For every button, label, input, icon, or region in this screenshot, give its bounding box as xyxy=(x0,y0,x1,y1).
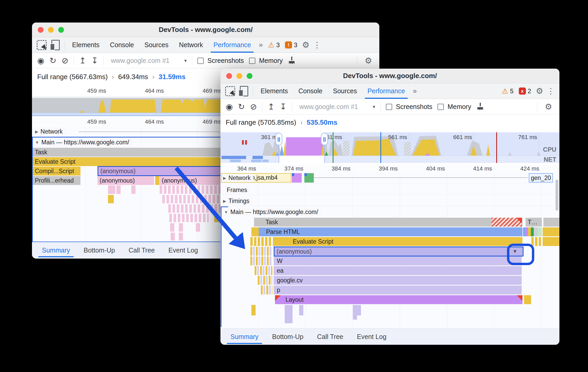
device-toolbar-icon[interactable] xyxy=(51,40,60,50)
flame-bar-task[interactable]: Task xyxy=(254,218,522,227)
issues-badge[interactable]: ! 3 xyxy=(285,41,297,49)
flame-sliver-cluster[interactable] xyxy=(258,276,272,285)
collapse-icon[interactable]: ▼ xyxy=(35,140,39,145)
flame-bar-p[interactable]: p xyxy=(274,286,522,294)
tab-event-log[interactable]: Event Log xyxy=(162,242,205,258)
track-timings[interactable]: ▶ Timings xyxy=(222,197,252,205)
clear-icon[interactable]: ⊘ xyxy=(250,102,257,112)
flame-sliver-cluster[interactable] xyxy=(160,185,220,194)
long-task-hatched[interactable] xyxy=(492,218,522,227)
kebab-menu-icon[interactable]: ⋮ xyxy=(311,40,322,50)
tab-network[interactable]: Network xyxy=(174,37,208,53)
expand-icon[interactable]: ▶ xyxy=(35,129,38,134)
reload-record-icon[interactable]: ↻ xyxy=(238,102,245,112)
flame-bar-ea[interactable]: ea xyxy=(274,266,522,275)
memory-label[interactable]: Memory xyxy=(259,57,283,64)
breadcrumb-selected[interactable]: 31.59ms xyxy=(159,73,186,81)
memory-label[interactable]: Memory xyxy=(447,103,471,111)
flame-sliver[interactable] xyxy=(196,223,200,232)
flame-bar[interactable] xyxy=(543,227,559,236)
capture-settings-gear-icon[interactable]: ⚙ xyxy=(543,102,554,112)
tab-summary[interactable]: Summary xyxy=(224,329,265,345)
warnings-badge[interactable]: ⚠ 3 xyxy=(268,41,280,49)
garbage-collect-icon[interactable] xyxy=(288,57,295,65)
flame-sliver[interactable] xyxy=(131,185,136,194)
breadcrumb-full-range[interactable]: Full range (5667.63ms) xyxy=(37,73,108,81)
inspect-element-icon[interactable] xyxy=(225,86,235,96)
inspect-element-icon[interactable] xyxy=(37,40,47,50)
track-network[interactable]: ▶ Network xyxy=(222,174,253,182)
flame-sliver[interactable] xyxy=(251,305,256,315)
flame-sliver-cluster[interactable] xyxy=(261,286,272,294)
selection-handle-left[interactable]: || xyxy=(275,133,282,145)
tab-event-log[interactable]: Event Log xyxy=(350,329,393,345)
chevron-down-icon[interactable]: ▾ xyxy=(184,58,187,64)
flame-chart[interactable]: n,jsa,mb4 ▶ Network gen_20 Frames ▶ Ti xyxy=(220,173,559,328)
close-button[interactable] xyxy=(226,73,232,79)
target-select[interactable]: www.google.com #1 xyxy=(111,57,170,64)
screenshots-checkbox[interactable] xyxy=(386,104,392,110)
flame-bar-layout[interactable]: Layout xyxy=(275,295,522,304)
breadcrumb-full-range[interactable]: Full range (5705.85ms) xyxy=(226,118,296,127)
tab-sources[interactable]: Sources xyxy=(139,37,174,53)
tab-bottom-up[interactable]: Bottom-Up xyxy=(265,329,310,345)
memory-checkbox[interactable] xyxy=(249,58,255,64)
tab-performance[interactable]: Performance xyxy=(362,83,410,99)
flame-bar[interactable] xyxy=(543,237,559,246)
expand-icon[interactable]: ▶ xyxy=(223,199,226,204)
tab-console[interactable]: Console xyxy=(105,37,139,53)
device-toolbar-icon[interactable] xyxy=(240,86,248,96)
target-select[interactable]: www.google.com #1 xyxy=(299,103,358,111)
memory-checkbox[interactable] xyxy=(438,104,444,110)
flame-sliver[interactable] xyxy=(538,227,542,236)
flame-bar-profiling-overhead[interactable]: Profili...erhead xyxy=(33,176,80,185)
capture-settings-gear-icon[interactable]: ⚙ xyxy=(363,56,374,65)
close-button[interactable] xyxy=(38,27,44,33)
tab-performance[interactable]: Performance xyxy=(208,37,256,53)
flame-sliver[interactable] xyxy=(108,195,114,203)
track-network[interactable]: ▶ Network xyxy=(34,128,65,136)
tab-call-tree[interactable]: Call Tree xyxy=(122,242,161,258)
flame-sliver[interactable] xyxy=(357,305,361,315)
upload-profile-icon[interactable]: ↥ xyxy=(79,56,86,65)
flame-sliver-cluster[interactable] xyxy=(168,204,220,213)
breadcrumb-selected[interactable]: 535.50ms xyxy=(307,118,337,127)
zoom-button[interactable] xyxy=(58,27,64,33)
flame-sliver[interactable] xyxy=(353,305,357,320)
flame-sliver-cluster[interactable] xyxy=(169,214,209,222)
flame-bar[interactable] xyxy=(543,218,559,227)
flame-bar-evaluate-script[interactable]: Evaluate Script xyxy=(273,237,522,246)
download-profile-icon[interactable]: ↧ xyxy=(91,56,98,65)
flame-sliver-cluster[interactable] xyxy=(531,237,542,246)
screenshots-label[interactable]: Screenshots xyxy=(396,103,432,111)
flame-bar-compile-script[interactable]: Compil...Script xyxy=(33,167,80,176)
tab-elements[interactable]: Elements xyxy=(67,37,105,53)
reload-record-icon[interactable]: ↻ xyxy=(50,56,56,65)
flame-sliver[interactable] xyxy=(155,176,159,185)
timeline-overview[interactable]: 361 m 461 ms 561 ms 661 ms 761 ms CPU NE… xyxy=(220,132,559,163)
track-main[interactable]: ▼ Main — https://www.google.com/ xyxy=(34,138,132,146)
zoom-button[interactable] xyxy=(247,73,252,79)
tab-elements[interactable]: Elements xyxy=(255,83,293,99)
flame-sliver[interactable] xyxy=(179,233,183,240)
flame-sliver[interactable] xyxy=(179,223,183,232)
chevron-down-icon[interactable]: ▾ xyxy=(373,104,375,110)
minimize-button[interactable] xyxy=(236,73,242,79)
record-icon[interactable]: ◉ xyxy=(37,56,44,65)
warnings-badge[interactable]: ⚠ 5 xyxy=(502,87,514,95)
screenshots-label[interactable]: Screenshots xyxy=(207,57,244,64)
minimize-button[interactable] xyxy=(48,27,54,33)
settings-gear-icon[interactable]: ⚙ xyxy=(300,40,311,50)
kebab-menu-icon[interactable]: ⋮ xyxy=(545,86,556,96)
network-request-bar[interactable] xyxy=(292,173,302,183)
tab-sources[interactable]: Sources xyxy=(328,83,362,99)
upload-profile-icon[interactable]: ↥ xyxy=(268,102,274,112)
flame-bar-anonymous-selected[interactable]: (anonymous) xyxy=(274,247,524,256)
flame-sliver[interactable] xyxy=(116,185,121,194)
flame-sliver[interactable] xyxy=(527,295,531,304)
flame-sliver[interactable] xyxy=(171,233,175,240)
breadcrumb-zoomed[interactable]: 649.34ms xyxy=(118,73,148,81)
settings-gear-icon[interactable]: ⚙ xyxy=(534,86,545,96)
flame-sliver-cluster[interactable] xyxy=(250,247,272,256)
titlebar[interactable]: DevTools - www.google.com/ xyxy=(32,23,379,37)
